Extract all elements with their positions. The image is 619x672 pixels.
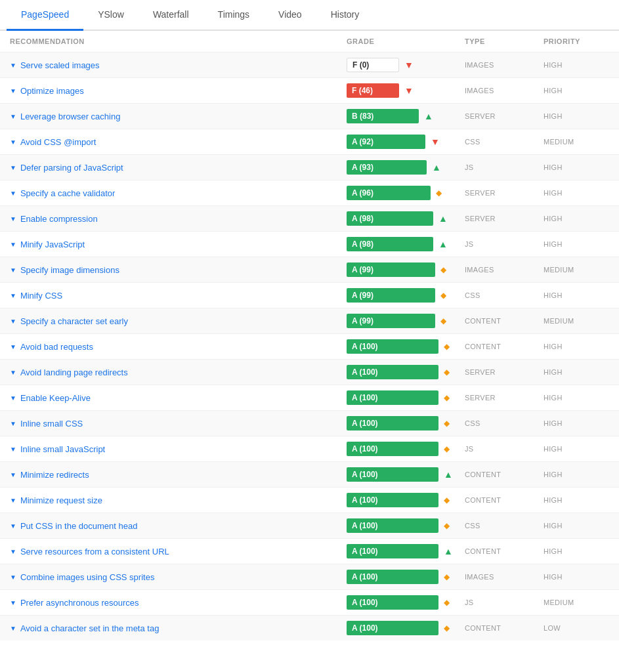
table-row[interactable]: ▼ Minimize redirects A (100) ▲ CONTENT H… xyxy=(0,461,619,487)
expand-chevron[interactable]: ▼ xyxy=(10,369,16,376)
expand-chevron[interactable]: ▼ xyxy=(10,599,16,606)
type-cell: JS xyxy=(465,598,544,606)
grade-cell: A (99) ◆ xyxy=(347,314,465,328)
expand-chevron[interactable]: ▼ xyxy=(10,318,16,325)
table-row[interactable]: ▼ Specify image dimensions A (99) ◆ IMAG… xyxy=(0,257,619,282)
table-row[interactable]: ▼ Avoid landing page redirects A (100) ◆… xyxy=(0,359,619,385)
trend-down-icon: ▼ xyxy=(431,136,440,147)
expand-chevron[interactable]: ▼ xyxy=(10,62,16,69)
priority-cell: MEDIUM xyxy=(544,317,609,325)
tab-waterfall[interactable]: Waterfall xyxy=(139,0,203,31)
tab-yslow[interactable]: YSlow xyxy=(83,0,139,31)
expand-chevron[interactable]: ▼ xyxy=(10,522,16,530)
recommendation-name: ▼ Enable compression xyxy=(10,214,347,224)
grade-cell: A (100) ▲ xyxy=(347,544,465,558)
grade-bar: A (99) xyxy=(347,314,435,328)
expand-chevron[interactable]: ▼ xyxy=(10,471,16,478)
col-recommendation: RECOMMENDATION xyxy=(10,37,347,45)
trend-diamond-icon: ◆ xyxy=(444,495,450,505)
type-cell: CONTENT xyxy=(465,343,544,350)
trend-diamond-icon: ◆ xyxy=(444,342,450,351)
grade-cell: A (100) ◆ xyxy=(347,442,465,456)
priority-cell: MEDIUM xyxy=(544,138,609,146)
table-row[interactable]: ▼ Avoid CSS @import A (92) ▼ CSS MEDIUM xyxy=(0,129,619,154)
trend-diamond-icon: ◆ xyxy=(444,521,450,530)
table-row[interactable]: ▼ Put CSS in the document head A (100) ◆… xyxy=(0,513,619,538)
expand-chevron[interactable]: ▼ xyxy=(10,87,16,94)
tab-history[interactable]: History xyxy=(316,0,374,31)
trend-diamond-icon: ◆ xyxy=(444,419,450,428)
table-row[interactable]: ▼ Optimize images F (46) ▼ IMAGES HIGH xyxy=(0,77,619,103)
expand-chevron[interactable]: ▼ xyxy=(10,446,16,453)
table-row[interactable]: ▼ Enable Keep-Alive A (100) ◆ SERVER HIG… xyxy=(0,385,619,410)
grade-bar: A (100) xyxy=(347,544,438,558)
expand-chevron[interactable]: ▼ xyxy=(10,241,16,248)
table-row[interactable]: ▼ Avoid bad requests A (100) ◆ CONTENT H… xyxy=(0,333,619,359)
type-cell: JS xyxy=(465,163,544,171)
grade-bar: A (100) xyxy=(347,595,438,610)
table-row[interactable]: ▼ Prefer asynchronous resources A (100) … xyxy=(0,589,619,615)
table-row[interactable]: ▼ Serve scaled images F (0) ▼ IMAGES HIG… xyxy=(0,52,619,77)
grade-cell: A (92) ▼ xyxy=(347,135,465,149)
expand-chevron[interactable]: ▼ xyxy=(10,497,16,504)
tab-timings[interactable]: Timings xyxy=(203,0,265,31)
recommendation-name: ▼ Minify JavaScript xyxy=(10,240,347,249)
expand-chevron[interactable]: ▼ xyxy=(10,215,16,222)
recommendation-name: ▼ Leverage browser caching xyxy=(10,112,347,121)
priority-cell: HIGH xyxy=(544,291,609,299)
type-cell: IMAGES xyxy=(465,87,544,94)
grade-bar: A (100) xyxy=(347,365,438,379)
recommendation-name: ▼ Enable Keep-Alive xyxy=(10,393,347,403)
table-row[interactable]: ▼ Serve resources from a consistent URL … xyxy=(0,538,619,564)
recommendation-name: ▼ Combine images using CSS sprites xyxy=(10,572,347,582)
table-row[interactable]: ▼ Defer parsing of JavaScript A (93) ▲ J… xyxy=(0,154,619,180)
trend-up-icon: ▲ xyxy=(424,111,433,121)
table-row[interactable]: ▼ Combine images using CSS sprites A (10… xyxy=(0,564,619,589)
table-row[interactable]: ▼ Minimize request size A (100) ◆ CONTEN… xyxy=(0,487,619,513)
recommendation-label: Minimize request size xyxy=(20,495,102,505)
priority-cell: HIGH xyxy=(544,573,609,581)
expand-chevron[interactable]: ▼ xyxy=(10,343,16,350)
grade-cell: A (98) ▲ xyxy=(347,237,465,251)
recommendation-name: ▼ Inline small CSS xyxy=(10,419,347,429)
table-row[interactable]: ▼ Leverage browser caching B (83) ▲ SERV… xyxy=(0,103,619,129)
grade-cell: A (100) ◆ xyxy=(347,621,465,635)
tabs-container: PageSpeed YSlow Waterfall Timings Video … xyxy=(0,0,619,31)
expand-chevron[interactable]: ▼ xyxy=(10,266,16,274)
grade-bar: A (99) xyxy=(347,262,435,277)
recommendation-label: Specify a character set early xyxy=(20,316,128,326)
expand-chevron[interactable]: ▼ xyxy=(10,113,16,120)
trend-diamond-icon: ◆ xyxy=(444,623,450,633)
expand-chevron[interactable]: ▼ xyxy=(10,574,16,581)
type-cell: JS xyxy=(465,445,544,453)
recommendation-name: ▼ Minify CSS xyxy=(10,291,347,301)
expand-chevron[interactable]: ▼ xyxy=(10,292,16,299)
expand-chevron[interactable]: ▼ xyxy=(10,394,16,402)
tab-video[interactable]: Video xyxy=(264,0,316,31)
priority-cell: HIGH xyxy=(544,215,609,222)
grade-cell: A (100) ◆ xyxy=(347,595,465,610)
expand-chevron[interactable]: ▼ xyxy=(10,548,16,555)
expand-chevron[interactable]: ▼ xyxy=(10,625,16,632)
table-row[interactable]: ▼ Inline small CSS A (100) ◆ CSS HIGH xyxy=(0,410,619,436)
expand-chevron[interactable]: ▼ xyxy=(10,420,16,427)
table-row[interactable]: ▼ Avoid a character set in the meta tag … xyxy=(0,615,619,640)
priority-cell: HIGH xyxy=(544,240,609,248)
table-row[interactable]: ▼ Specify a cache validator A (96) ◆ SER… xyxy=(0,180,619,205)
table-header-row: RECOMMENDATION GRADE TYPE PRIORITY xyxy=(0,31,619,52)
expand-chevron[interactable]: ▼ xyxy=(10,190,16,197)
expand-chevron[interactable]: ▼ xyxy=(10,138,16,146)
trend-diamond-icon: ◆ xyxy=(444,598,450,607)
table-row[interactable]: ▼ Inline small JavaScript A (100) ◆ JS H… xyxy=(0,436,619,461)
recommendation-label: Combine images using CSS sprites xyxy=(20,572,154,582)
grade-cell: A (100) ◆ xyxy=(347,416,465,430)
expand-chevron[interactable]: ▼ xyxy=(10,164,16,171)
recommendation-label: Inline small JavaScript xyxy=(20,444,105,454)
table-row[interactable]: ▼ Specify a character set early A (99) ◆… xyxy=(0,308,619,333)
trend-diamond-icon: ◆ xyxy=(440,316,446,326)
table-row[interactable]: ▼ Enable compression A (98) ▲ SERVER HIG… xyxy=(0,205,619,231)
table-row[interactable]: ▼ Minify CSS A (99) ◆ CSS HIGH xyxy=(0,282,619,308)
tab-pagespeed[interactable]: PageSpeed xyxy=(7,0,83,31)
table-row[interactable]: ▼ Minify JavaScript A (98) ▲ JS HIGH xyxy=(0,231,619,257)
recommendation-name: ▼ Defer parsing of JavaScript xyxy=(10,163,347,173)
